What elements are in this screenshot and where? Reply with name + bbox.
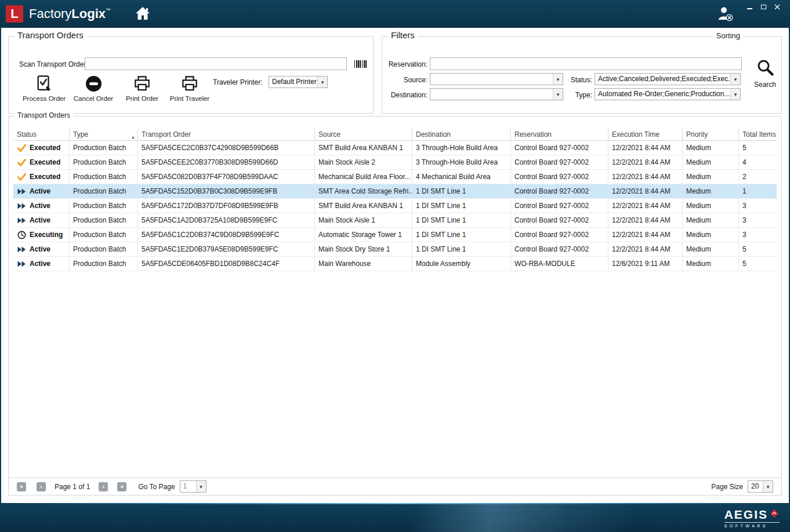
destination-cell: 1 DI SMT Line 1 — [412, 213, 511, 227]
fast-forward-icon — [17, 261, 26, 267]
go-to-page-input[interactable]: 1 — [180, 480, 206, 493]
transport-order-cell: 5A5FDA5CDE06405FBD1D08D9B8C24C4F — [138, 257, 315, 271]
priority-cell: Medium — [683, 199, 739, 213]
reservation-input[interactable] — [430, 57, 742, 70]
execution-time-cell: 12/6/2021 9:11 AM — [608, 257, 683, 271]
chevron-down-icon — [730, 89, 740, 100]
table-body: Executed Production Batch 5A5FDA5CEC2C0B… — [13, 141, 777, 271]
column-header-transport-order[interactable]: Transport Order — [138, 128, 315, 141]
reservation-cell: Control Board 927-0002 — [511, 199, 608, 213]
column-header-type[interactable]: Type — [70, 128, 138, 141]
transport-orders-table: Status Type Transport Order Source Desti… — [13, 128, 777, 271]
type-cell: Production Batch — [70, 213, 138, 227]
table-row[interactable]: Executing Production Batch 5A5FDA5C1C2D0… — [13, 228, 777, 242]
close-button[interactable] — [774, 3, 781, 10]
execution-time-cell: 12/2/2021 8:44 AM — [608, 155, 683, 169]
type-cell: Production Batch — [70, 155, 138, 169]
column-header-destination[interactable]: Destination — [412, 128, 511, 141]
aegis-diamond-icon — [769, 508, 780, 521]
next-page-button[interactable] — [99, 482, 108, 491]
table-row[interactable]: Active Production Batch 5A5FDA5C1A2D0B37… — [13, 213, 777, 228]
type-cell: Production Batch — [70, 170, 138, 184]
first-page-button[interactable] — [17, 482, 26, 491]
status-text: Executed — [30, 144, 60, 152]
table-row[interactable]: Active Production Batch 5A5FDA5CDE06405F… — [13, 257, 777, 271]
column-header-priority[interactable]: Priority — [683, 128, 739, 141]
check-icon — [17, 159, 26, 166]
source-select[interactable] — [430, 73, 563, 85]
status-text: Executed — [30, 158, 60, 166]
source-cell: Main Stock Aisle 1 — [315, 213, 412, 227]
table-row[interactable]: Active Production Batch 5A5FDA5C172D0B37… — [13, 199, 777, 213]
reservation-cell: Control Board 927-0002 — [511, 155, 608, 169]
column-header-status[interactable]: Status — [13, 128, 70, 141]
reservation-cell: Control Board 927-0002 — [511, 228, 608, 242]
search-button[interactable]: Search — [750, 58, 780, 89]
aegis-brand-text: AEGIS — [724, 509, 768, 520]
user-x-icon — [717, 13, 733, 23]
type-cell: Production Batch — [70, 199, 138, 213]
column-header-type-label: Type — [73, 130, 88, 139]
page-size-select[interactable]: 20 — [748, 480, 773, 493]
status-cell: Executed — [13, 155, 70, 169]
status-cell: Active — [13, 199, 70, 213]
destination-select[interactable] — [430, 88, 563, 100]
search-label: Search — [754, 81, 776, 89]
destination-label: Destination: — [384, 91, 427, 99]
status-label: Status: — [549, 76, 592, 84]
app-title: FactoryLogix™ — [29, 0, 110, 28]
page-indicator: Page 1 of 1 — [55, 483, 90, 491]
home-icon — [135, 12, 150, 22]
table-row[interactable]: Executed Production Batch 5A5FDA5CEC2C0B… — [13, 141, 777, 155]
maximize-button[interactable] — [760, 3, 767, 10]
type-cell: Production Batch — [70, 242, 138, 256]
print-traveler-button[interactable]: Print Traveler — [166, 75, 213, 102]
process-order-button[interactable]: Process Order — [19, 75, 69, 102]
column-header-execution-time[interactable]: Execution Time — [608, 128, 683, 141]
status-cell: Executed — [13, 141, 70, 155]
destination-cell: 1 DI SMT Line 1 — [412, 242, 511, 256]
traveler-printer-value: Default Printer — [269, 76, 317, 88]
type-select[interactable]: Automated Re-Order;Generic;Production... — [595, 88, 741, 100]
table-row[interactable]: Executed Production Batch 5A5FDA5C082D0B… — [13, 170, 777, 184]
table-row[interactable]: Active Production Batch 5A5FDA5C152D0B37… — [13, 184, 777, 199]
column-header-source[interactable]: Source — [315, 128, 412, 141]
user-disconnect-button[interactable] — [717, 6, 734, 22]
home-button[interactable] — [135, 6, 151, 21]
execution-time-cell: 12/2/2021 8:44 AM — [608, 213, 683, 227]
source-cell: SMT Build Area KANBAN 1 — [315, 141, 412, 155]
destination-cell: 3 Through-Hole Build Area — [412, 141, 511, 155]
go-to-page-value: 1 — [180, 481, 196, 492]
last-page-button[interactable] — [117, 482, 126, 491]
column-header-total-items[interactable]: Total Items — [739, 128, 777, 141]
table-row[interactable]: Active Production Batch 5A5FDA5C1E2D0B37… — [13, 242, 777, 257]
minimize-icon — [747, 8, 752, 9]
chevron-down-icon — [763, 481, 773, 492]
scan-transport-order-input[interactable] — [85, 57, 347, 70]
sorting-section-label[interactable]: Sorting — [713, 31, 743, 40]
main-content: Transport Orders Scan Transport Order: P… — [1, 28, 789, 503]
page-size-label: Page Size — [711, 483, 743, 491]
total-items-cell: 3 — [739, 199, 777, 213]
previous-page-button[interactable] — [37, 482, 46, 491]
titlebar: L FactoryLogix™ — [0, 0, 790, 28]
status-text: Executing — [30, 231, 63, 239]
total-items-cell: 3 — [739, 228, 777, 242]
cancel-order-button[interactable]: Cancel Order — [70, 75, 117, 102]
traveler-printer-select[interactable]: Default Printer — [269, 76, 328, 88]
total-items-cell: 3 — [739, 213, 777, 227]
transport-order-cell: 5A5FDA5C082D0B37F4F708D9B599DAAC — [138, 170, 315, 184]
fast-forward-icon — [17, 246, 26, 253]
print-order-label: Print Order — [126, 95, 158, 102]
transport-order-cell: 5A5FDA5CEC2C0B37C42908D9B599D66B — [138, 141, 315, 155]
status-text: Active — [30, 260, 50, 268]
print-order-button[interactable]: Print Order — [124, 75, 161, 102]
status-select[interactable]: Active;Canceled;Delivered;Executed;Exec.… — [595, 73, 741, 85]
total-items-cell: 5 — [739, 257, 777, 271]
status-text: Active — [30, 245, 50, 253]
reservation-cell: Control Board 927-0002 — [511, 141, 608, 155]
transport-order-cell: 5A5FDA5C1C2D0B374C9D08D9B599E9FC — [138, 228, 315, 242]
table-row[interactable]: Executed Production Batch 5A5FDA5CEE2C0B… — [13, 155, 777, 170]
column-header-reservation[interactable]: Reservation — [511, 128, 608, 141]
minimize-button[interactable] — [746, 3, 753, 10]
